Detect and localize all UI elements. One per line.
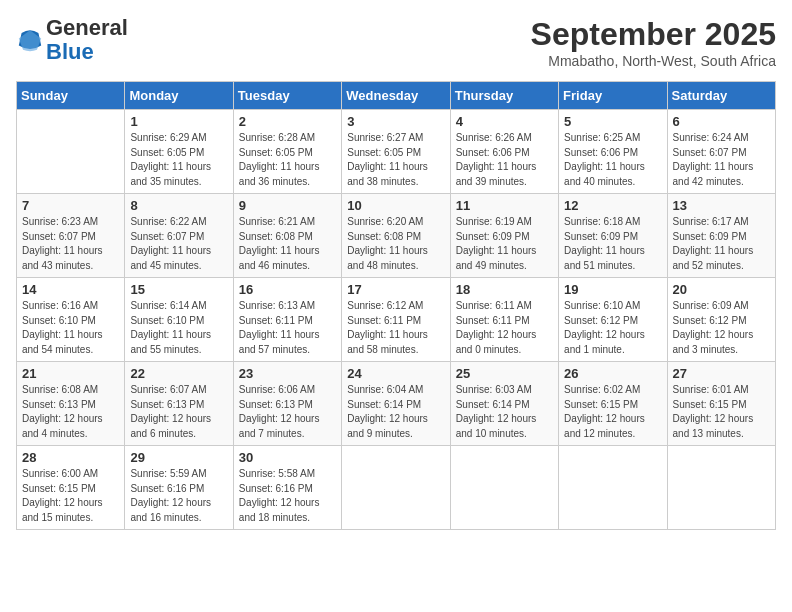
day-info: Sunrise: 6:26 AM Sunset: 6:06 PM Dayligh… <box>456 131 553 189</box>
calendar-cell: 3Sunrise: 6:27 AM Sunset: 6:05 PM Daylig… <box>342 110 450 194</box>
month-title: September 2025 <box>531 16 776 53</box>
day-info: Sunrise: 6:11 AM Sunset: 6:11 PM Dayligh… <box>456 299 553 357</box>
location-subtitle: Mmabatho, North-West, South Africa <box>531 53 776 69</box>
calendar-cell: 2Sunrise: 6:28 AM Sunset: 6:05 PM Daylig… <box>233 110 341 194</box>
day-number: 4 <box>456 114 553 129</box>
calendar-header-friday: Friday <box>559 82 667 110</box>
calendar-cell: 20Sunrise: 6:09 AM Sunset: 6:12 PM Dayli… <box>667 278 775 362</box>
day-info: Sunrise: 6:12 AM Sunset: 6:11 PM Dayligh… <box>347 299 444 357</box>
day-number: 2 <box>239 114 336 129</box>
calendar-cell: 8Sunrise: 6:22 AM Sunset: 6:07 PM Daylig… <box>125 194 233 278</box>
day-number: 25 <box>456 366 553 381</box>
calendar-week-2: 7Sunrise: 6:23 AM Sunset: 6:07 PM Daylig… <box>17 194 776 278</box>
day-info: Sunrise: 6:27 AM Sunset: 6:05 PM Dayligh… <box>347 131 444 189</box>
day-number: 28 <box>22 450 119 465</box>
calendar-cell: 4Sunrise: 6:26 AM Sunset: 6:06 PM Daylig… <box>450 110 558 194</box>
day-number: 10 <box>347 198 444 213</box>
calendar-cell: 24Sunrise: 6:04 AM Sunset: 6:14 PM Dayli… <box>342 362 450 446</box>
day-info: Sunrise: 6:18 AM Sunset: 6:09 PM Dayligh… <box>564 215 661 273</box>
calendar-cell <box>667 446 775 530</box>
calendar-table: SundayMondayTuesdayWednesdayThursdayFrid… <box>16 81 776 530</box>
day-info: Sunrise: 6:25 AM Sunset: 6:06 PM Dayligh… <box>564 131 661 189</box>
day-number: 1 <box>130 114 227 129</box>
day-info: Sunrise: 6:04 AM Sunset: 6:14 PM Dayligh… <box>347 383 444 441</box>
title-block: September 2025 Mmabatho, North-West, Sou… <box>531 16 776 69</box>
day-info: Sunrise: 6:19 AM Sunset: 6:09 PM Dayligh… <box>456 215 553 273</box>
calendar-cell: 14Sunrise: 6:16 AM Sunset: 6:10 PM Dayli… <box>17 278 125 362</box>
calendar-cell: 1Sunrise: 6:29 AM Sunset: 6:05 PM Daylig… <box>125 110 233 194</box>
calendar-cell: 26Sunrise: 6:02 AM Sunset: 6:15 PM Dayli… <box>559 362 667 446</box>
day-info: Sunrise: 6:10 AM Sunset: 6:12 PM Dayligh… <box>564 299 661 357</box>
day-number: 17 <box>347 282 444 297</box>
calendar-cell: 13Sunrise: 6:17 AM Sunset: 6:09 PM Dayli… <box>667 194 775 278</box>
day-info: Sunrise: 6:29 AM Sunset: 6:05 PM Dayligh… <box>130 131 227 189</box>
day-info: Sunrise: 6:21 AM Sunset: 6:08 PM Dayligh… <box>239 215 336 273</box>
day-info: Sunrise: 6:13 AM Sunset: 6:11 PM Dayligh… <box>239 299 336 357</box>
day-number: 9 <box>239 198 336 213</box>
calendar-header-tuesday: Tuesday <box>233 82 341 110</box>
day-info: Sunrise: 5:59 AM Sunset: 6:16 PM Dayligh… <box>130 467 227 525</box>
calendar-week-5: 28Sunrise: 6:00 AM Sunset: 6:15 PM Dayli… <box>17 446 776 530</box>
calendar-cell: 11Sunrise: 6:19 AM Sunset: 6:09 PM Dayli… <box>450 194 558 278</box>
calendar-cell: 28Sunrise: 6:00 AM Sunset: 6:15 PM Dayli… <box>17 446 125 530</box>
calendar-cell: 19Sunrise: 6:10 AM Sunset: 6:12 PM Dayli… <box>559 278 667 362</box>
calendar-cell: 9Sunrise: 6:21 AM Sunset: 6:08 PM Daylig… <box>233 194 341 278</box>
day-info: Sunrise: 5:58 AM Sunset: 6:16 PM Dayligh… <box>239 467 336 525</box>
day-number: 6 <box>673 114 770 129</box>
day-info: Sunrise: 6:01 AM Sunset: 6:15 PM Dayligh… <box>673 383 770 441</box>
day-number: 5 <box>564 114 661 129</box>
calendar-cell: 22Sunrise: 6:07 AM Sunset: 6:13 PM Dayli… <box>125 362 233 446</box>
day-info: Sunrise: 6:09 AM Sunset: 6:12 PM Dayligh… <box>673 299 770 357</box>
calendar-week-4: 21Sunrise: 6:08 AM Sunset: 6:13 PM Dayli… <box>17 362 776 446</box>
day-info: Sunrise: 6:14 AM Sunset: 6:10 PM Dayligh… <box>130 299 227 357</box>
day-number: 15 <box>130 282 227 297</box>
calendar-header-thursday: Thursday <box>450 82 558 110</box>
day-info: Sunrise: 6:22 AM Sunset: 6:07 PM Dayligh… <box>130 215 227 273</box>
logo-text: GeneralBlue <box>46 16 128 64</box>
calendar-cell: 12Sunrise: 6:18 AM Sunset: 6:09 PM Dayli… <box>559 194 667 278</box>
day-number: 20 <box>673 282 770 297</box>
day-number: 16 <box>239 282 336 297</box>
day-info: Sunrise: 6:16 AM Sunset: 6:10 PM Dayligh… <box>22 299 119 357</box>
calendar-header-wednesday: Wednesday <box>342 82 450 110</box>
calendar-cell <box>559 446 667 530</box>
day-info: Sunrise: 6:03 AM Sunset: 6:14 PM Dayligh… <box>456 383 553 441</box>
day-number: 27 <box>673 366 770 381</box>
day-info: Sunrise: 6:17 AM Sunset: 6:09 PM Dayligh… <box>673 215 770 273</box>
calendar-cell: 5Sunrise: 6:25 AM Sunset: 6:06 PM Daylig… <box>559 110 667 194</box>
day-info: Sunrise: 6:02 AM Sunset: 6:15 PM Dayligh… <box>564 383 661 441</box>
day-number: 30 <box>239 450 336 465</box>
day-info: Sunrise: 6:24 AM Sunset: 6:07 PM Dayligh… <box>673 131 770 189</box>
calendar-cell <box>450 446 558 530</box>
day-info: Sunrise: 6:07 AM Sunset: 6:13 PM Dayligh… <box>130 383 227 441</box>
calendar-cell: 27Sunrise: 6:01 AM Sunset: 6:15 PM Dayli… <box>667 362 775 446</box>
day-number: 11 <box>456 198 553 213</box>
logo-icon <box>16 26 44 54</box>
calendar-cell: 23Sunrise: 6:06 AM Sunset: 6:13 PM Dayli… <box>233 362 341 446</box>
calendar-header-sunday: Sunday <box>17 82 125 110</box>
calendar-week-3: 14Sunrise: 6:16 AM Sunset: 6:10 PM Dayli… <box>17 278 776 362</box>
day-info: Sunrise: 6:08 AM Sunset: 6:13 PM Dayligh… <box>22 383 119 441</box>
day-number: 23 <box>239 366 336 381</box>
calendar-header-row: SundayMondayTuesdayWednesdayThursdayFrid… <box>17 82 776 110</box>
day-number: 3 <box>347 114 444 129</box>
day-number: 13 <box>673 198 770 213</box>
calendar-cell <box>342 446 450 530</box>
calendar-week-1: 1Sunrise: 6:29 AM Sunset: 6:05 PM Daylig… <box>17 110 776 194</box>
calendar-cell: 10Sunrise: 6:20 AM Sunset: 6:08 PM Dayli… <box>342 194 450 278</box>
day-info: Sunrise: 6:23 AM Sunset: 6:07 PM Dayligh… <box>22 215 119 273</box>
calendar-cell: 17Sunrise: 6:12 AM Sunset: 6:11 PM Dayli… <box>342 278 450 362</box>
calendar-cell: 30Sunrise: 5:58 AM Sunset: 6:16 PM Dayli… <box>233 446 341 530</box>
calendar-cell: 7Sunrise: 6:23 AM Sunset: 6:07 PM Daylig… <box>17 194 125 278</box>
calendar-cell: 29Sunrise: 5:59 AM Sunset: 6:16 PM Dayli… <box>125 446 233 530</box>
day-number: 14 <box>22 282 119 297</box>
day-info: Sunrise: 6:00 AM Sunset: 6:15 PM Dayligh… <box>22 467 119 525</box>
day-number: 19 <box>564 282 661 297</box>
day-number: 21 <box>22 366 119 381</box>
day-number: 18 <box>456 282 553 297</box>
day-number: 22 <box>130 366 227 381</box>
day-info: Sunrise: 6:06 AM Sunset: 6:13 PM Dayligh… <box>239 383 336 441</box>
calendar-body: 1Sunrise: 6:29 AM Sunset: 6:05 PM Daylig… <box>17 110 776 530</box>
day-number: 7 <box>22 198 119 213</box>
day-info: Sunrise: 6:20 AM Sunset: 6:08 PM Dayligh… <box>347 215 444 273</box>
